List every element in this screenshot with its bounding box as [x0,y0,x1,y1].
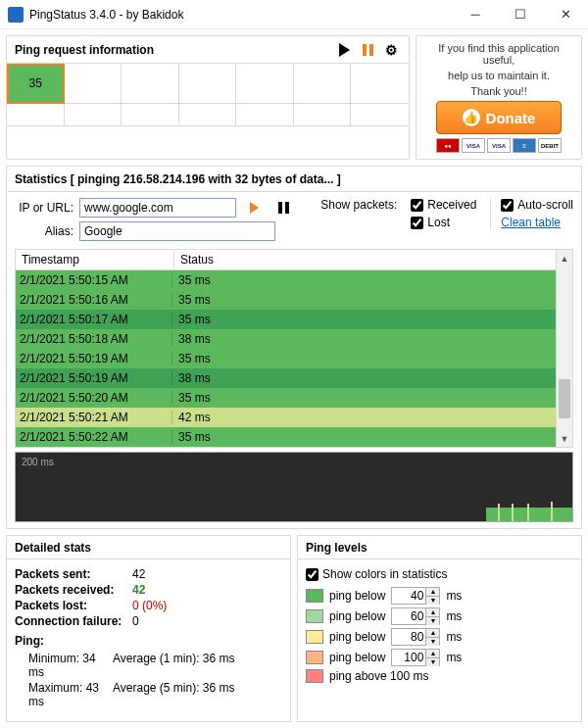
row-status: 35 ms [172,313,572,326]
ping-cell[interactable] [179,64,237,104]
col-status[interactable]: Status [174,250,572,269]
row-timestamp: 2/1/2021 5:50:17 AM [16,313,172,326]
table-row[interactable]: 2/1/2021 5:50:18 AM38 ms [16,329,572,349]
ping-cell[interactable] [351,104,409,127]
clean-table-link[interactable]: Clean table [501,216,573,229]
ping-cell[interactable] [294,64,352,104]
detailed-stats-panel: Detailed stats Packets sent:42 Packets r… [6,535,291,722]
row-status: 35 ms [172,273,572,287]
donate-panel: If you find this application useful, hel… [416,35,582,160]
settings-button[interactable]: ⚙ [381,40,401,60]
received-checkbox[interactable]: Received [411,198,476,212]
table-row[interactable]: 2/1/2021 5:50:22 AM35 ms [16,427,572,447]
ip-label: IP or URL: [15,201,74,215]
table-row[interactable]: 2/1/2021 5:50:19 AM38 ms [16,368,572,388]
level-swatch-5 [306,669,323,683]
scroll-up-icon[interactable]: ▲ [557,250,572,267]
autoscroll-checkbox[interactable]: Auto-scroll [501,198,573,212]
maximize-button[interactable]: ☐ [498,0,543,29]
packets-lost-value: 0 (0%) [132,599,167,612]
row-timestamp: 2/1/2021 5:50:16 AM [16,293,172,307]
ping-cell[interactable] [294,104,352,127]
ping-cell[interactable] [7,104,65,127]
debit-icon: DEBIT [538,138,562,153]
table-row[interactable]: 2/1/2021 5:50:19 AM35 ms [16,349,572,368]
ping-cell[interactable] [351,64,409,104]
title-bar: PingStatus 3.4.0 - by Bakidok ─ ☐ ✕ [0,0,588,29]
table-row[interactable]: 2/1/2021 5:50:15 AM35 ms [16,270,572,290]
row-timestamp: 2/1/2021 5:50:20 AM [16,391,172,405]
packets-sent-label: Packets sent: [15,567,132,581]
ping-cell[interactable] [236,104,294,127]
scroll-thumb[interactable] [559,379,570,418]
level-3-spinner[interactable]: ▲▼ [391,628,440,646]
detailed-stats-title: Detailed stats [7,536,290,559]
ip-input[interactable] [79,198,236,218]
row-status: 35 ms [172,391,572,405]
ping-levels-panel: Ping levels Show colors in statistics pi… [297,535,582,722]
ping-cell[interactable] [122,64,179,104]
row-status: 35 ms [172,430,572,444]
row-status: 38 ms [172,332,572,346]
ping-request-title: Ping request information [15,43,154,57]
ping-cell[interactable] [122,104,179,127]
window-title: PingStatus 3.4.0 - by Bakidok [29,8,453,22]
level-swatch-4 [306,651,323,664]
ping-header: Ping: [15,634,132,648]
lost-checkbox[interactable]: Lost [411,216,476,229]
ping-cell[interactable] [179,104,237,127]
row-timestamp: 2/1/2021 5:50:19 AM [16,352,172,365]
conn-failure-value: 0 [132,614,139,628]
ping-cell-current[interactable]: 35 [7,64,65,104]
pause-button[interactable] [358,40,377,60]
mastercard-icon: ●● [436,138,460,153]
table-row[interactable]: 2/1/2021 5:50:20 AM35 ms [16,388,572,408]
graph-scale-label: 200 ms [22,457,54,467]
show-packets-label: Show packets: [320,198,397,212]
play-button[interactable] [334,40,354,60]
donate-line3: Thank you!! [470,85,526,97]
ping-cell[interactable] [65,104,122,127]
thumb-up-icon: 👍 [463,109,480,126]
donate-button[interactable]: 👍Donate [436,101,562,134]
start-ping-button[interactable] [244,198,264,218]
ping-graph: 200 ms [15,452,573,522]
alias-input[interactable] [79,221,275,241]
scroll-down-icon[interactable]: ▼ [557,430,572,447]
amex-icon: ≡ [513,138,536,153]
ping-cell[interactable] [65,64,122,104]
table-row[interactable]: 2/1/2021 5:50:17 AM35 ms [16,310,572,329]
minimize-button[interactable]: ─ [453,0,498,29]
level-swatch-1 [306,589,323,603]
stop-ping-button[interactable] [273,198,293,218]
row-status: 35 ms [172,293,572,307]
app-icon [8,7,24,23]
table-row[interactable]: 2/1/2021 5:50:21 AM42 ms [16,408,572,427]
level-2-spinner[interactable]: ▲▼ [391,607,440,625]
packets-received-label: Packets received: [15,583,132,597]
col-timestamp[interactable]: Timestamp [16,250,174,269]
conn-failure-label: Connection failure: [15,614,132,628]
close-button[interactable]: ✕ [543,0,588,29]
stats-table-body: 2/1/2021 5:50:15 AM35 ms2/1/2021 5:50:16… [16,270,572,447]
row-status: 38 ms [172,371,572,385]
show-colors-checkbox[interactable]: Show colors in statistics [306,567,573,581]
packets-received-value: 42 [132,583,145,597]
row-timestamp: 2/1/2021 5:50:22 AM [16,430,172,444]
visa-icon: VISA [487,138,511,153]
table-scrollbar[interactable]: ▲ ▼ [556,250,572,447]
packets-sent-value: 42 [132,567,145,581]
ping-request-panel: Ping request information ⚙ 35 [6,35,410,160]
payment-cards: ●● VISA VISA ≡ DEBIT [436,138,562,153]
level-swatch-3 [306,630,323,644]
alias-label: Alias: [15,224,74,238]
table-row[interactable]: 2/1/2021 5:50:16 AM35 ms [16,290,572,310]
level-1-spinner[interactable]: ▲▼ [391,587,440,605]
row-timestamp: 2/1/2021 5:50:15 AM [16,273,172,287]
level-swatch-2 [306,609,323,623]
ping-grid: 35 [7,64,409,126]
level-4-spinner[interactable]: ▲▼ [391,649,440,666]
ping-cell[interactable] [236,64,294,104]
ping-levels-title: Ping levels [298,536,581,559]
row-status: 35 ms [172,352,572,365]
